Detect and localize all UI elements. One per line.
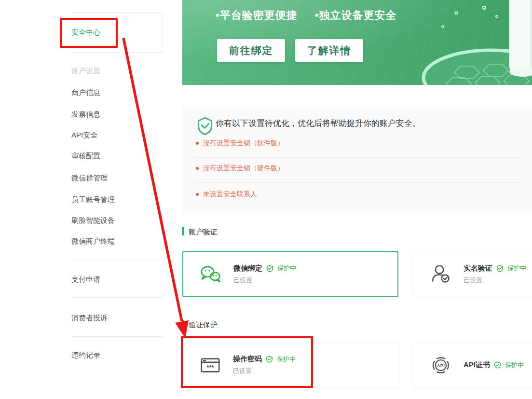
shield-badge-icon xyxy=(494,361,501,369)
sidebar-item-merchant-info[interactable]: 商户信息 xyxy=(71,89,100,96)
card-wechat-binding[interactable]: 微信绑定 保护中 已设置 xyxy=(182,251,398,297)
notice-item-hardlock[interactable]: 没有设置安全锁（硬件版） xyxy=(196,164,284,173)
card-title: API证书 xyxy=(464,360,490,370)
status-badge: 保护中 xyxy=(507,264,526,273)
card-subtitle: 已设置 xyxy=(464,276,526,285)
sidebar-item-violation-records[interactable]: 违约记录 xyxy=(71,351,100,359)
banner-platform-illustration xyxy=(392,0,532,85)
card-operation-password[interactable]: *** 操作密码 保护中 已设置 xyxy=(182,343,398,387)
divider xyxy=(71,336,163,337)
notice-item-softlock[interactable]: 没有设置安全锁（软件版） xyxy=(196,139,284,148)
sidebar-active-section-border xyxy=(163,12,163,53)
section-accent-bar xyxy=(182,320,184,328)
go-bind-button[interactable]: 前往绑定 xyxy=(217,39,285,62)
bullet-dot xyxy=(196,167,199,170)
password-window-icon: *** xyxy=(199,354,221,376)
card-title: 微信绑定 xyxy=(233,264,262,273)
shield-check-icon xyxy=(195,116,215,136)
shield-badge-icon xyxy=(496,265,504,272)
banner-benefit-2: •独立设备更安全 xyxy=(315,8,397,23)
banner-headline: •平台验密更便捷 •独立设备更安全 xyxy=(216,8,396,23)
divider xyxy=(71,12,163,13)
card-subtitle: 已设置 xyxy=(233,276,296,285)
banner-benefit-1: •平台验密更便捷 xyxy=(216,8,298,23)
sidebar-item-merchant-terminal[interactable]: 微信商户终端 xyxy=(71,237,115,245)
card-realname-verification[interactable]: 实名验证 保护中 已设置 xyxy=(413,251,532,297)
wechat-icon xyxy=(200,263,222,285)
sidebar-item-payment-apply[interactable]: 支付申请 xyxy=(71,275,100,283)
card-subtitle: 已设置 xyxy=(233,367,296,375)
section-accent-bar xyxy=(182,227,184,235)
shield-badge-icon xyxy=(266,356,273,363)
section-title-account-verification: 账户验证 xyxy=(189,228,218,237)
security-notice-panel: 你有以下设置待优化，优化后将帮助提升你的账户安全。 没有设置安全锁（软件版） 没… xyxy=(182,105,532,214)
divider xyxy=(71,260,163,260)
divider xyxy=(71,52,163,53)
learn-more-button[interactable]: 了解详情 xyxy=(295,39,363,62)
status-badge: 保护中 xyxy=(277,355,296,364)
asterisks-glyph: *** xyxy=(206,364,214,371)
divider xyxy=(71,297,163,298)
divider xyxy=(194,182,520,183)
sidebar-item-api-security[interactable]: API安全 xyxy=(71,131,97,139)
shield-badge-icon xyxy=(266,265,273,272)
notice-item-contact[interactable]: 未设置安全联系人 xyxy=(196,190,257,199)
sidebar-item-review-config[interactable]: 审核配置 xyxy=(71,152,100,160)
api-glyph: API xyxy=(437,363,445,368)
sidebar-item-face-devices[interactable]: 刷脸智能设备 xyxy=(71,217,115,224)
sidebar-item-account-settings[interactable]: 账户设置 xyxy=(71,67,100,75)
status-badge: 保护中 xyxy=(277,264,296,273)
sidebar-item-security-center[interactable]: 安全中心 xyxy=(71,28,100,36)
sidebar-item-wechat-group[interactable]: 微信群管理 xyxy=(71,174,108,182)
card-title: 操作密码 xyxy=(233,355,262,364)
security-center-page: 安全中心 账户设置 商户信息 发票信息 API安全 审核配置 微信群管理 员工账… xyxy=(0,0,532,399)
status-badge: 保护中 xyxy=(505,361,524,370)
sidebar-item-consumer-complaints[interactable]: 消费者投诉 xyxy=(71,314,108,322)
card-api-certificate[interactable]: API API证书 保护中 xyxy=(413,343,532,387)
api-seal-icon: API xyxy=(430,354,452,376)
notice-title: 你有以下设置待优化，优化后将帮助提升你的账户安全。 xyxy=(216,118,421,129)
card-title: 实名验证 xyxy=(464,264,492,273)
divider xyxy=(194,157,520,158)
bullet-dot xyxy=(196,142,199,145)
sidebar-item-invoice-info[interactable]: 发票信息 xyxy=(71,110,100,118)
person-check-icon xyxy=(430,263,452,285)
sidebar-item-staff-accounts[interactable]: 员工账号管理 xyxy=(71,196,115,204)
bullet-dot xyxy=(196,193,199,196)
section-title-verification-protection: 验证保护 xyxy=(189,320,218,330)
promo-banner: •平台验密更便捷 •独立设备更安全 前往绑定 了解详情 xyxy=(182,0,532,85)
